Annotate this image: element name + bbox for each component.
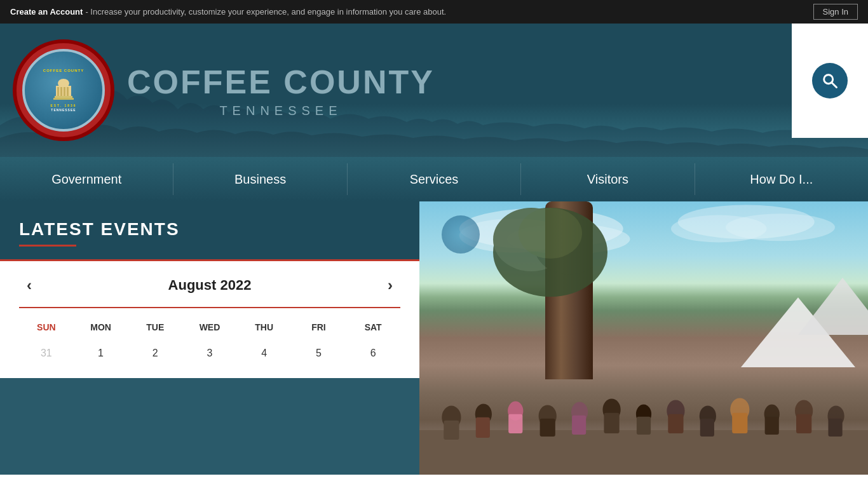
day-header-fri: FRI bbox=[292, 318, 346, 336]
svg-rect-45 bbox=[796, 414, 811, 433]
cal-day-6[interactable]: 6 bbox=[346, 341, 400, 365]
calendar-grid: 31 1 2 3 4 5 6 bbox=[19, 341, 400, 365]
svg-rect-43 bbox=[765, 416, 779, 434]
calendar-next-button[interactable]: › bbox=[380, 274, 400, 297]
nav-item-government[interactable]: Government bbox=[0, 157, 173, 201]
day-header-mon: MON bbox=[74, 318, 128, 336]
day-header-wed: WED bbox=[182, 318, 237, 336]
cal-day-1[interactable]: 1 bbox=[74, 341, 128, 365]
hero-photo bbox=[419, 201, 868, 475]
top-bar-tagline: - Increase your productivity, customize … bbox=[85, 7, 446, 17]
sign-in-button[interactable]: Sign In bbox=[813, 4, 858, 20]
svg-rect-29 bbox=[540, 418, 555, 436]
svg-rect-41 bbox=[732, 412, 747, 433]
tree-canopy bbox=[487, 201, 614, 329]
top-bar-message: Create an Account - Increase your produc… bbox=[10, 7, 446, 17]
nav-item-services[interactable]: Services bbox=[348, 157, 520, 201]
search-button[interactable] bbox=[792, 24, 868, 138]
nav-item-visitors[interactable]: Visitors bbox=[521, 157, 694, 201]
svg-rect-6 bbox=[67, 87, 69, 96]
site-header: COFFEE COUNTY bbox=[0, 24, 868, 157]
logo-area: COFFEE COUNTY bbox=[13, 39, 435, 141]
calendar-month-year: August 2022 bbox=[168, 277, 252, 294]
nav-item-how-do-i[interactable]: How Do I... bbox=[695, 157, 868, 201]
svg-rect-4 bbox=[60, 87, 62, 96]
svg-rect-47 bbox=[828, 418, 842, 436]
cal-day-4[interactable]: 4 bbox=[237, 341, 292, 365]
svg-line-10 bbox=[832, 83, 837, 88]
calendar-section: LATEST EVENTS ‹ August 2022 › SUN MON TU… bbox=[0, 201, 419, 475]
svg-rect-1 bbox=[61, 82, 66, 86]
main-nav: Government Business Services Visitors Ho… bbox=[0, 157, 868, 201]
day-header-sun: SUN bbox=[19, 318, 74, 336]
day-header-sat: SAT bbox=[346, 318, 400, 336]
svg-rect-23 bbox=[444, 420, 459, 439]
county-logo[interactable]: COFFEE COUNTY bbox=[13, 39, 114, 141]
svg-rect-7 bbox=[55, 96, 72, 98]
calendar-body: ‹ August 2022 › SUN MON TUE WED THU FRI … bbox=[0, 261, 419, 378]
svg-rect-33 bbox=[604, 412, 619, 433]
decorative-shape bbox=[442, 215, 480, 254]
latest-events-header: LATEST EVENTS bbox=[0, 201, 419, 261]
svg-rect-31 bbox=[572, 415, 586, 434]
search-icon-circle bbox=[812, 63, 848, 98]
nav-item-business[interactable]: Business bbox=[173, 157, 346, 201]
cal-day-3[interactable]: 3 bbox=[182, 341, 237, 365]
calendar-prev-button[interactable]: ‹ bbox=[19, 274, 39, 297]
svg-rect-5 bbox=[64, 87, 65, 96]
latest-events-title: LATEST EVENTS bbox=[19, 219, 400, 240]
svg-rect-37 bbox=[668, 414, 683, 433]
svg-rect-35 bbox=[637, 416, 651, 434]
day-header-thu: THU bbox=[237, 318, 292, 336]
svg-rect-27 bbox=[508, 414, 522, 433]
svg-point-16 bbox=[726, 214, 835, 241]
main-content: LATEST EVENTS ‹ August 2022 › SUN MON TU… bbox=[0, 201, 868, 475]
cal-day-2[interactable]: 2 bbox=[128, 341, 182, 365]
top-bar: Create an Account - Increase your produc… bbox=[0, 0, 868, 24]
county-name: COFFEE COUNTY bbox=[127, 63, 435, 101]
svg-rect-39 bbox=[700, 418, 714, 436]
calendar-days-header: SUN MON TUE WED THU FRI SAT bbox=[19, 318, 400, 336]
cal-day-5[interactable]: 5 bbox=[292, 341, 346, 365]
latest-events-underline bbox=[19, 245, 76, 247]
state-name: TENNESSEE bbox=[127, 104, 435, 118]
calendar-divider bbox=[19, 307, 400, 308]
crowd-silhouettes bbox=[419, 325, 868, 475]
day-header-tue: TUE bbox=[128, 318, 182, 336]
create-account-link[interactable]: Create an Account bbox=[10, 7, 83, 17]
search-button-container bbox=[792, 24, 868, 138]
svg-rect-25 bbox=[476, 417, 490, 437]
svg-rect-3 bbox=[57, 87, 59, 96]
county-title: COFFEE COUNTY TENNESSEE bbox=[127, 63, 435, 118]
svg-rect-8 bbox=[53, 98, 74, 100]
search-icon bbox=[821, 72, 839, 90]
cal-day-31-prev[interactable]: 31 bbox=[19, 341, 74, 365]
svg-point-20 bbox=[519, 208, 582, 259]
calendar-nav: ‹ August 2022 › bbox=[19, 274, 400, 297]
